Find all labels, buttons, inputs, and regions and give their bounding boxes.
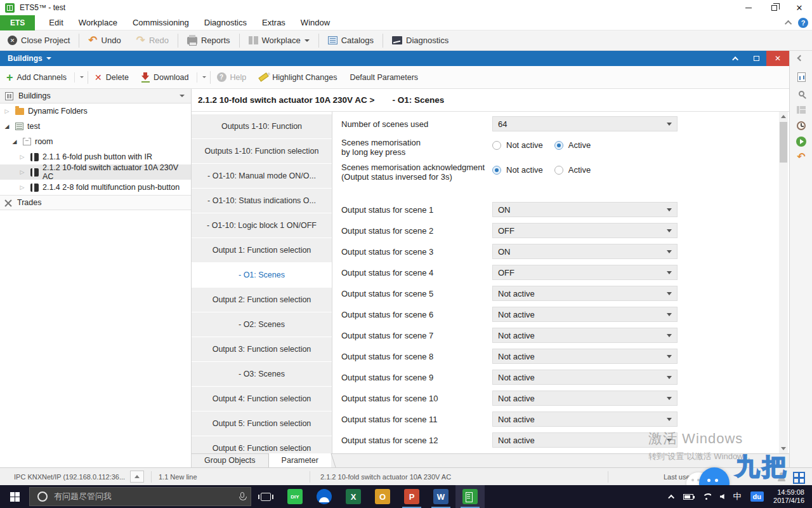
- page-item[interactable]: Output 4: Function selection: [192, 387, 332, 411]
- tree-item-device-214[interactable]: ▷ 2.1.4 2-8 fold multifunction push-butt…: [0, 180, 191, 195]
- search-panel-button[interactable]: [796, 88, 807, 99]
- scroll-up-button[interactable]: [779, 112, 788, 121]
- menu-window[interactable]: Window: [293, 15, 337, 30]
- microphone-icon[interactable]: [240, 492, 244, 498]
- expand-icon[interactable]: ▷: [20, 154, 25, 160]
- restore-button[interactable]: [761, 0, 787, 15]
- ime-indicator[interactable]: 中: [733, 491, 742, 502]
- page-item[interactable]: Output 5: Function selection: [192, 411, 332, 436]
- reports-button[interactable]: Reports: [180, 30, 238, 51]
- menu-workplace[interactable]: Workplace: [71, 15, 125, 30]
- page-item[interactable]: - O1-10: Manual mode ON/O...: [192, 164, 332, 188]
- baidu-ime-badge[interactable]: du: [750, 491, 764, 502]
- tree-item-device-211[interactable]: ▷ 2.1.1 6-fold push button with IR: [0, 149, 191, 164]
- scene-3-dropdown[interactable]: ON: [492, 244, 678, 259]
- taskbar-app-excel[interactable]: X: [339, 485, 368, 508]
- connection-dropdown[interactable]: [130, 471, 144, 483]
- tree-item-test[interactable]: ◢ test: [0, 119, 191, 134]
- page-item[interactable]: Output 1: Function selection: [192, 238, 332, 262]
- panel-title[interactable]: Buildings: [8, 54, 43, 63]
- menu-edit[interactable]: Edit: [41, 15, 70, 30]
- scrollbar-thumb[interactable]: [780, 122, 787, 163]
- close-button[interactable]: ✕: [787, 0, 812, 15]
- page-item[interactable]: Output 6: Function selection: [192, 436, 332, 453]
- collapse-panel-icon[interactable]: [797, 55, 804, 62]
- scene-1-dropdown[interactable]: ON: [492, 202, 678, 217]
- page-item[interactable]: - O2: Scenes: [192, 312, 332, 337]
- cortana-search-box[interactable]: 有问题尽管问我: [29, 487, 251, 506]
- panel-maximize-button[interactable]: [746, 51, 766, 66]
- tree-header-dropdown-icon[interactable]: [180, 95, 185, 97]
- scene-5-dropdown[interactable]: Not active: [492, 286, 678, 301]
- download-dropdown[interactable]: [199, 66, 210, 89]
- radio-active-checked[interactable]: [554, 141, 563, 150]
- run-panel-button[interactable]: [796, 136, 807, 147]
- workspace-grid-button[interactable]: [793, 468, 803, 486]
- scene-6-dropdown[interactable]: Not active: [492, 307, 678, 322]
- highlight-changes-button[interactable]: Highlight Changes: [252, 66, 343, 89]
- tab-parameter[interactable]: Parameter: [268, 453, 331, 467]
- undo-history-button[interactable]: ↶: [796, 151, 807, 163]
- expand-icon[interactable]: ▷: [20, 169, 25, 175]
- undo-button[interactable]: ↶ Undo: [81, 30, 128, 51]
- battery-status[interactable]: [683, 494, 693, 500]
- radio-not-active-checked[interactable]: [492, 166, 501, 175]
- scene-9-dropdown[interactable]: Not active: [492, 370, 678, 385]
- tree-item-room[interactable]: ◢ room: [0, 134, 191, 149]
- page-item[interactable]: Outputs 1-10: Function: [192, 114, 332, 138]
- taskbar-app-word[interactable]: W: [426, 485, 455, 508]
- help-icon[interactable]: ?: [798, 18, 808, 28]
- menu-diagnostics[interactable]: Diagnostics: [197, 15, 254, 30]
- tree-header[interactable]: Buildings: [0, 89, 191, 104]
- page-item[interactable]: - O1-10: Logic block 1 ON/OFF: [192, 213, 332, 237]
- taskbar-app-powerpoint[interactable]: P: [397, 485, 426, 508]
- scene-11-dropdown[interactable]: Not active: [492, 411, 678, 427]
- workspace-panel-button[interactable]: [796, 104, 807, 116]
- radio-active[interactable]: [554, 166, 563, 175]
- scene-10-dropdown[interactable]: Not active: [492, 391, 678, 406]
- clock[interactable]: 14:59:08 2017/4/16: [773, 488, 804, 505]
- tab-group-objects[interactable]: Group Objects: [192, 453, 268, 467]
- report-panel-button[interactable]: [796, 71, 807, 83]
- tree-item-device-212[interactable]: ▷ 2.1.2 10-fold switch actuator 10A 230V…: [0, 164, 191, 180]
- menu-extras[interactable]: Extras: [254, 15, 293, 30]
- add-channels-dropdown[interactable]: [76, 66, 88, 89]
- tree-item-trades[interactable]: Trades: [0, 195, 191, 210]
- page-item-selected[interactable]: - O1: Scenes: [192, 263, 332, 287]
- panel-pin-button[interactable]: [726, 51, 746, 66]
- expand-icon[interactable]: ▷: [20, 184, 25, 190]
- tray-expand-button[interactable]: [670, 495, 674, 499]
- scenes-used-dropdown[interactable]: 64: [492, 116, 678, 131]
- page-item[interactable]: - O1-10: Status indications O...: [192, 189, 332, 213]
- default-parameters-button[interactable]: Default Parameters: [343, 66, 424, 89]
- menu-ets[interactable]: ETS: [0, 15, 35, 30]
- taskbar-app-ets5[interactable]: [455, 485, 485, 508]
- close-project-button[interactable]: ✕ Close Project: [0, 30, 77, 51]
- scene-2-dropdown[interactable]: OFF: [492, 223, 678, 238]
- vertical-scrollbar[interactable]: [779, 112, 788, 453]
- scene-4-dropdown[interactable]: OFF: [492, 265, 678, 280]
- minimize-button[interactable]: [736, 0, 761, 15]
- scene-12-dropdown[interactable]: Not active: [492, 432, 678, 448]
- diagnostics-button[interactable]: Diagnostics: [384, 30, 456, 51]
- redo-button[interactable]: ↷ Redo: [129, 30, 176, 51]
- catalogs-button[interactable]: Catalogs: [320, 30, 381, 51]
- help-button[interactable]: ? Help: [211, 66, 253, 89]
- expand-icon[interactable]: ▷: [5, 108, 10, 114]
- panel-close-button[interactable]: ✕: [766, 51, 789, 66]
- taskbar-app-outlook[interactable]: O: [368, 485, 397, 508]
- page-item[interactable]: Output 3: Function selection: [192, 337, 332, 361]
- radio-not-active[interactable]: [492, 141, 501, 150]
- page-item[interactable]: Output 2: Function selection: [192, 288, 332, 312]
- panel-dropdown-icon[interactable]: [46, 57, 51, 60]
- menu-commissioning[interactable]: Commissioning: [125, 15, 197, 30]
- collapse-icon[interactable]: ◢: [13, 138, 17, 145]
- taskbar-app-diy[interactable]: DIY: [280, 485, 310, 508]
- taskbar-app-browser[interactable]: [310, 485, 339, 508]
- history-panel-button[interactable]: [796, 120, 807, 131]
- download-button[interactable]: Download: [135, 66, 195, 89]
- page-item[interactable]: - O3: Scenes: [192, 362, 332, 386]
- workplace-button[interactable]: Workplace: [241, 30, 317, 51]
- collapse-ribbon-icon[interactable]: [785, 20, 792, 27]
- add-channels-button[interactable]: + Add Channels: [0, 66, 73, 89]
